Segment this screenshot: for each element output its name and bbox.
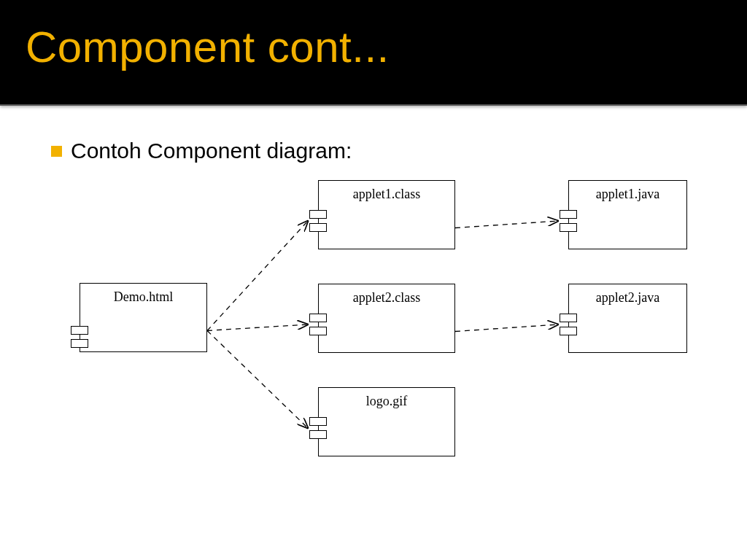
component-lugs-icon <box>309 417 327 443</box>
component-applet2j: applet2.java <box>568 284 687 353</box>
component-demo: Demo.html <box>80 283 207 352</box>
dependency-arrow <box>207 331 308 429</box>
dependency-arrow <box>207 221 308 331</box>
slide-content: Contoh Component diagram: <box>0 106 747 163</box>
slide-title: Component cont... <box>0 0 747 72</box>
slide-header: Component cont... <box>0 0 747 106</box>
dependency-arrow <box>455 221 558 228</box>
component-lugs-icon <box>309 210 327 236</box>
square-bullet-icon <box>51 146 62 157</box>
component-lugs-icon <box>309 314 327 340</box>
dependency-arrow <box>455 324 558 332</box>
bullet-text: Contoh Component diagram: <box>71 139 352 163</box>
component-applet1c: applet1.class <box>318 180 455 249</box>
component-applet1j: applet1.java <box>568 180 687 249</box>
component-lugs-icon <box>560 314 577 340</box>
bullet-item: Contoh Component diagram: <box>51 139 707 163</box>
component-lugs-icon <box>560 210 577 236</box>
component-applet2c: applet2.class <box>318 284 455 353</box>
component-lugs-icon <box>71 326 88 352</box>
dependency-arrow <box>207 324 308 331</box>
component-logo: logo.gif <box>318 387 455 456</box>
